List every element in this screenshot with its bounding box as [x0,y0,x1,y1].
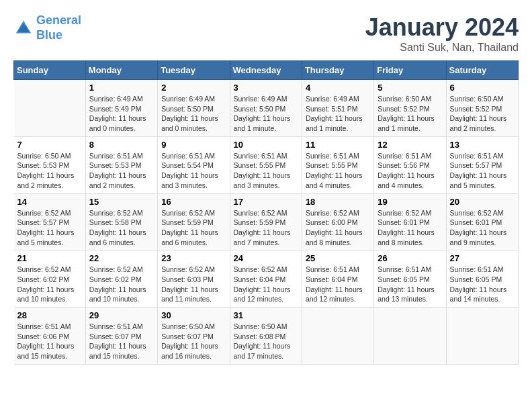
day-info: Sunrise: 6:51 AMSunset: 6:05 PMDaylight:… [450,265,515,304]
title-block: January 2024 Santi Suk, Nan, Thailand [365,13,519,54]
calendar-cell: 25Sunrise: 6:51 AMSunset: 6:04 PMDayligh… [302,250,373,308]
calendar-week-row: 7Sunrise: 6:50 AMSunset: 5:53 PMDaylight… [14,136,519,193]
day-info: Sunrise: 6:51 AMSunset: 6:06 PMDaylight:… [17,322,82,361]
calendar-cell: 17Sunrise: 6:52 AMSunset: 5:59 PMDayligh… [230,193,302,250]
header-day-monday: Monday [85,61,157,80]
day-info: Sunrise: 6:49 AMSunset: 5:51 PMDaylight:… [306,94,370,134]
day-number: 21 [17,253,82,263]
calendar-week-row: 14Sunrise: 6:52 AMSunset: 5:57 PMDayligh… [14,193,519,250]
logo-text: General Blue [36,13,81,42]
day-info: Sunrise: 6:51 AMSunset: 6:07 PMDaylight:… [89,322,154,361]
calendar-cell: 28Sunrise: 6:51 AMSunset: 6:06 PMDayligh… [14,308,86,365]
day-number: 11 [306,140,370,150]
page-subtitle: Santi Suk, Nan, Thailand [365,42,519,54]
day-number: 1 [89,83,154,93]
logo-icon [13,18,34,38]
page-title: January 2024 [365,13,519,42]
day-info: Sunrise: 6:52 AMSunset: 6:00 PMDaylight:… [306,208,370,248]
calendar-cell: 14Sunrise: 6:52 AMSunset: 5:57 PMDayligh… [14,193,86,250]
day-number: 9 [161,140,226,150]
calendar-cell [14,80,86,137]
day-info: Sunrise: 6:50 AMSunset: 6:08 PMDaylight:… [234,322,298,361]
day-number: 20 [450,197,515,207]
header-day-wednesday: Wednesday [230,61,302,80]
day-info: Sunrise: 6:52 AMSunset: 5:59 PMDaylight:… [161,208,226,248]
calendar-cell: 7Sunrise: 6:50 AMSunset: 5:53 PMDaylight… [14,136,86,193]
day-number: 18 [306,197,370,207]
day-number: 19 [378,197,442,207]
calendar-cell: 3Sunrise: 6:49 AMSunset: 5:50 PMDaylight… [230,80,302,137]
day-info: Sunrise: 6:52 AMSunset: 6:01 PMDaylight:… [378,208,442,248]
day-number: 3 [234,83,298,93]
day-number: 4 [306,83,370,93]
day-number: 22 [89,253,154,263]
calendar-cell: 2Sunrise: 6:49 AMSunset: 5:50 PMDaylight… [158,80,230,137]
day-info: Sunrise: 6:51 AMSunset: 5:55 PMDaylight:… [306,151,370,191]
calendar-cell: 19Sunrise: 6:52 AMSunset: 6:01 PMDayligh… [374,193,446,250]
day-info: Sunrise: 6:52 AMSunset: 5:58 PMDaylight:… [89,208,154,248]
day-number: 27 [450,253,515,263]
calendar-cell: 27Sunrise: 6:51 AMSunset: 6:05 PMDayligh… [446,250,518,308]
logo-line2: Blue [36,28,62,42]
day-number: 30 [161,310,226,320]
day-number: 31 [234,310,298,320]
day-info: Sunrise: 6:51 AMSunset: 5:54 PMDaylight:… [161,151,226,191]
day-info: Sunrise: 6:52 AMSunset: 6:02 PMDaylight:… [17,265,82,304]
day-info: Sunrise: 6:51 AMSunset: 5:56 PMDaylight:… [378,151,442,191]
calendar-cell: 31Sunrise: 6:50 AMSunset: 6:08 PMDayligh… [230,308,302,365]
day-number: 8 [89,140,154,150]
day-info: Sunrise: 6:49 AMSunset: 5:50 PMDaylight:… [161,94,226,134]
day-info: Sunrise: 6:52 AMSunset: 6:03 PMDaylight:… [161,265,226,304]
day-number: 5 [378,83,442,93]
day-number: 15 [89,197,154,207]
calendar-cell: 10Sunrise: 6:51 AMSunset: 5:55 PMDayligh… [230,136,302,193]
calendar-week-row: 21Sunrise: 6:52 AMSunset: 6:02 PMDayligh… [14,250,519,308]
calendar-cell: 1Sunrise: 6:49 AMSunset: 5:49 PMDaylight… [85,80,157,137]
calendar-cell: 21Sunrise: 6:52 AMSunset: 6:02 PMDayligh… [14,250,86,308]
day-info: Sunrise: 6:51 AMSunset: 5:53 PMDaylight:… [89,151,154,191]
day-number: 7 [17,140,82,150]
calendar-cell: 24Sunrise: 6:52 AMSunset: 6:04 PMDayligh… [230,250,302,308]
day-number: 25 [306,253,370,263]
day-number: 29 [89,310,154,320]
day-info: Sunrise: 6:52 AMSunset: 5:57 PMDaylight:… [17,208,82,248]
calendar-cell [374,308,446,365]
calendar-cell: 4Sunrise: 6:49 AMSunset: 5:51 PMDaylight… [302,80,373,137]
calendar-cell [302,308,373,365]
day-info: Sunrise: 6:49 AMSunset: 5:50 PMDaylight:… [234,94,298,134]
header-day-tuesday: Tuesday [158,61,230,80]
day-info: Sunrise: 6:51 AMSunset: 5:55 PMDaylight:… [234,151,298,191]
calendar-cell: 22Sunrise: 6:52 AMSunset: 6:02 PMDayligh… [85,250,157,308]
day-number: 14 [17,197,82,207]
day-info: Sunrise: 6:51 AMSunset: 6:04 PMDaylight:… [306,265,370,304]
day-info: Sunrise: 6:50 AMSunset: 5:52 PMDaylight:… [450,94,515,134]
day-number: 16 [161,197,226,207]
calendar-cell: 5Sunrise: 6:50 AMSunset: 5:52 PMDaylight… [374,80,446,137]
day-number: 24 [234,253,298,263]
day-info: Sunrise: 6:52 AMSunset: 6:04 PMDaylight:… [234,265,298,304]
day-number: 12 [378,140,442,150]
day-number: 17 [234,197,298,207]
calendar-cell: 11Sunrise: 6:51 AMSunset: 5:55 PMDayligh… [302,136,373,193]
calendar-cell: 8Sunrise: 6:51 AMSunset: 5:53 PMDaylight… [85,136,157,193]
day-info: Sunrise: 6:49 AMSunset: 5:49 PMDaylight:… [89,94,154,134]
calendar-header-row: SundayMondayTuesdayWednesdayThursdayFrid… [14,61,519,80]
day-number: 10 [234,140,298,150]
day-info: Sunrise: 6:52 AMSunset: 6:01 PMDaylight:… [450,208,515,248]
header-day-friday: Friday [374,61,446,80]
logo: General Blue [13,13,81,42]
calendar-week-row: 1Sunrise: 6:49 AMSunset: 5:49 PMDaylight… [14,80,519,137]
calendar-cell [446,308,518,365]
day-number: 23 [161,253,226,263]
day-number: 2 [161,83,226,93]
calendar-cell: 12Sunrise: 6:51 AMSunset: 5:56 PMDayligh… [374,136,446,193]
calendar-cell: 13Sunrise: 6:51 AMSunset: 5:57 PMDayligh… [446,136,518,193]
header-day-thursday: Thursday [302,61,373,80]
calendar-week-row: 28Sunrise: 6:51 AMSunset: 6:06 PMDayligh… [14,308,519,365]
day-info: Sunrise: 6:50 AMSunset: 6:07 PMDaylight:… [161,322,226,361]
day-info: Sunrise: 6:50 AMSunset: 5:53 PMDaylight:… [17,151,82,191]
day-info: Sunrise: 6:51 AMSunset: 6:05 PMDaylight:… [378,265,442,304]
calendar-cell: 23Sunrise: 6:52 AMSunset: 6:03 PMDayligh… [158,250,230,308]
calendar-cell: 6Sunrise: 6:50 AMSunset: 5:52 PMDaylight… [446,80,518,137]
logo-line1: General [36,13,81,27]
